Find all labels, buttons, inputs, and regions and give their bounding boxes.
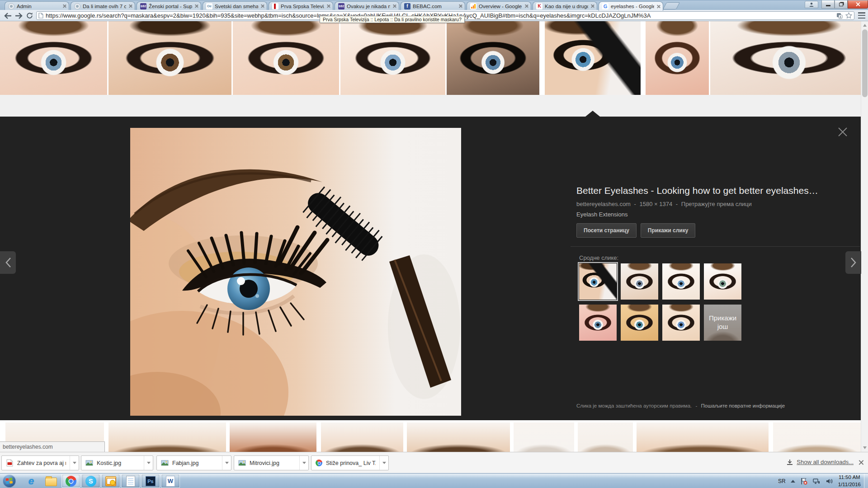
image-result[interactable]	[646, 21, 709, 95]
start-button[interactable]	[3, 474, 16, 488]
action-center-flag-icon[interactable]	[800, 477, 808, 485]
taskbar-clock[interactable]: 11:50 AM 1/11/2016	[838, 474, 861, 488]
related-image[interactable]	[662, 305, 700, 341]
image-result[interactable]	[637, 422, 769, 452]
related-image[interactable]	[704, 263, 741, 300]
preview-title[interactable]: Better Eyelashes - Looking how to get be…	[576, 185, 859, 196]
tab-da-li-imate[interactable]: Da li imate ovih 7 oso	[71, 1, 135, 10]
tab-ovakvu-je[interactable]: b92 Ovakvu je nikada niste	[335, 1, 399, 10]
image-result[interactable]	[710, 21, 868, 95]
scroll-down-icon[interactable]	[863, 446, 867, 449]
taskbar-photoshop[interactable]: Ps	[141, 474, 160, 488]
download-menu-button[interactable]	[70, 456, 79, 470]
image-result[interactable]	[0, 21, 107, 95]
tab-kao-da-nije[interactable]: K Kao da nije u drugom	[533, 1, 597, 10]
volume-icon[interactable]	[826, 477, 833, 485]
network-icon[interactable]	[813, 477, 821, 485]
tab-svetski-dan[interactable]: Oe Svetski dan smeha: Sm	[203, 1, 267, 10]
profile-button[interactable]	[805, 1, 818, 8]
reload-button[interactable]	[24, 11, 34, 20]
related-image[interactable]	[662, 263, 700, 300]
related-image-selected[interactable]	[579, 263, 617, 300]
preview-image[interactable]	[130, 128, 461, 416]
translate-icon[interactable]	[836, 13, 843, 19]
next-image-button[interactable]	[845, 251, 861, 274]
restore-button[interactable]	[835, 0, 848, 9]
page-link[interactable]: Eyelash Extensions	[576, 211, 627, 218]
download-item[interactable]: Stiže prinova_ Liv T....html	[311, 455, 389, 470]
tab-close-icon[interactable]	[458, 4, 462, 8]
tab-close-icon[interactable]	[62, 4, 66, 8]
tab-close-icon[interactable]	[194, 4, 198, 8]
close-window-button[interactable]	[848, 0, 868, 9]
taskbar-file-explorer[interactable]	[42, 474, 61, 488]
taskbar-outlook[interactable]	[101, 474, 120, 488]
tab-eyelashes-active[interactable]: G eyelashes - Google пр	[599, 1, 663, 11]
tab-zenski-portal[interactable]: b92 Ženski portal - Super ž	[137, 1, 201, 10]
taskbar-chrome[interactable]	[61, 474, 80, 488]
tab-close-icon[interactable]	[392, 4, 396, 8]
related-image[interactable]	[579, 305, 617, 341]
preview-close-button[interactable]	[836, 126, 849, 138]
bookmark-star-icon[interactable]	[845, 12, 852, 19]
image-result[interactable]	[447, 21, 539, 95]
taskbar-notepad[interactable]	[121, 474, 140, 488]
page-scrollbar[interactable]	[861, 21, 868, 452]
image-result[interactable]	[578, 422, 633, 452]
image-result[interactable]	[773, 422, 861, 452]
tab-analytics-overview[interactable]: Overview - Google An	[467, 1, 531, 10]
tab-close-icon[interactable]	[260, 4, 264, 8]
back-button[interactable]	[3, 11, 13, 20]
close-downloads-bar-button[interactable]	[858, 459, 864, 465]
tab-close-icon[interactable]	[590, 4, 594, 8]
download-item[interactable]: Kostic.jpg	[81, 455, 153, 470]
download-item[interactable]: Fabjan.jpg	[156, 455, 231, 470]
scrollbar-thumb[interactable]	[862, 29, 868, 97]
chrome-menu-button[interactable]	[858, 12, 865, 19]
download-item[interactable]: Mitrovici.jpg	[234, 455, 309, 470]
previous-image-button[interactable]	[0, 251, 16, 274]
image-result[interactable]	[321, 422, 403, 452]
feedback-link[interactable]: Пошаљите повратне информације	[701, 403, 785, 408]
image-result[interactable]	[407, 422, 510, 452]
browser-tab-strip: Admin Da li imate ovih 7 oso b92 Ženski …	[0, 0, 868, 10]
download-item[interactable]: Zahtev za povra aj ra....pdf	[1, 455, 79, 470]
tab-admin[interactable]: Admin	[5, 1, 69, 10]
new-tab-button[interactable]	[663, 2, 680, 9]
search-by-image-link[interactable]: Претражујте према слици	[681, 201, 752, 207]
show-desktop-button[interactable]	[864, 474, 868, 488]
view-image-button[interactable]: Прикажи слику	[641, 223, 696, 238]
tab-bebac[interactable]: f BEBAC.com	[401, 1, 465, 10]
downloads-bar: Zahtev za povra aj ra....pdf Kostic.jpg …	[0, 452, 868, 473]
show-all-downloads-link[interactable]: Show all downloads...	[787, 459, 854, 465]
forward-button[interactable]	[14, 11, 24, 20]
image-result[interactable]	[230, 422, 316, 452]
minimize-button[interactable]	[821, 0, 835, 9]
visit-page-button[interactable]: Посети страницу	[576, 223, 637, 238]
tab-close-icon[interactable]	[128, 4, 132, 8]
download-menu-button[interactable]	[222, 456, 231, 470]
taskbar-word[interactable]: W	[161, 474, 180, 488]
scroll-up-icon[interactable]	[863, 24, 867, 27]
download-menu-button[interactable]	[299, 456, 308, 470]
image-result[interactable]	[108, 21, 231, 95]
tab-close-icon[interactable]	[656, 5, 660, 9]
show-more-label: Прикажи још	[704, 314, 741, 331]
tab-close-icon[interactable]	[326, 4, 330, 8]
download-menu-button[interactable]	[379, 456, 388, 470]
download-menu-button[interactable]	[144, 456, 153, 470]
tray-expand-icon[interactable]	[791, 480, 795, 483]
show-more-related-button[interactable]: Прикажи још	[704, 305, 741, 341]
image-result[interactable]	[108, 422, 226, 452]
tab-close-icon[interactable]	[524, 4, 528, 8]
image-result[interactable]	[514, 422, 574, 452]
language-indicator[interactable]: SR	[778, 478, 786, 484]
image-result[interactable]	[340, 21, 445, 95]
related-image[interactable]	[621, 263, 658, 300]
taskbar-internet-explorer[interactable]: e	[22, 474, 41, 488]
related-image[interactable]	[621, 305, 658, 341]
image-result[interactable]	[233, 21, 339, 95]
taskbar-skype[interactable]: S	[81, 474, 100, 488]
image-result-selected[interactable]	[545, 21, 641, 95]
tab-prva-srpska[interactable]: Prva Srpska Televizija	[269, 1, 333, 10]
